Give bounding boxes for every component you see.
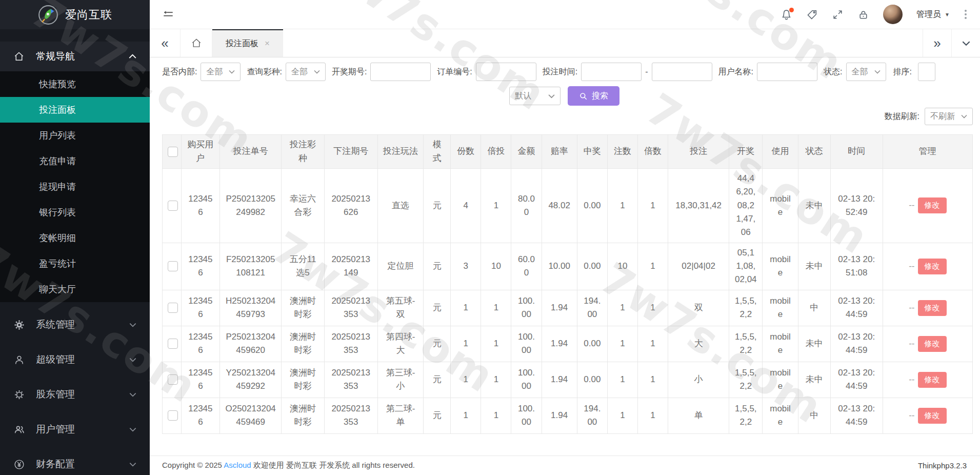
notification-dot: [789, 8, 794, 12]
column-header: 下注期号: [324, 135, 377, 169]
cell-select: [163, 398, 182, 433]
cell-lottery: 澳洲时时彩: [282, 326, 325, 362]
chevron-down-icon: [129, 392, 136, 397]
cell-play: 第四球-大: [377, 326, 424, 362]
cell-win: 0.00: [577, 326, 607, 362]
sidebar-item[interactable]: 聊天大厅: [0, 276, 150, 302]
cell-multiple: 1: [481, 398, 511, 433]
order-input[interactable]: [476, 63, 536, 81]
table-header-row: 购买用户投注单号投注彩种下注期号投注玩法模式份数倍投金额赔率中奖注数倍数投注开奖…: [163, 135, 973, 169]
notification-bell-icon[interactable]: [781, 9, 792, 21]
tab-active[interactable]: 投注面板 ×: [212, 29, 283, 57]
column-header: 开奖: [729, 135, 763, 169]
edit-button[interactable]: 修改: [918, 197, 947, 213]
sidebar-section[interactable]: 超级管理: [0, 342, 150, 377]
search-button[interactable]: 搜索: [568, 86, 619, 106]
row-checkbox[interactable]: [168, 201, 178, 211]
time-end-input[interactable]: [652, 63, 712, 81]
cell-mode: 元: [424, 243, 451, 290]
edit-button[interactable]: 修改: [918, 372, 947, 388]
issue-input[interactable]: [370, 63, 431, 81]
cell-time: 02-13 20:44:59: [830, 362, 883, 398]
sidebar-item[interactable]: 快捷预览: [0, 71, 150, 97]
edit-button[interactable]: 修改: [918, 336, 947, 352]
brand-link[interactable]: Ascloud: [224, 461, 251, 469]
sidebar-section[interactable]: 系统管理: [0, 307, 150, 342]
sidebar-section[interactable]: 财务配置: [0, 447, 150, 475]
cell-issue: 20250213149: [324, 243, 377, 290]
sidebar-item[interactable]: 投注面板: [0, 97, 150, 123]
sidebar-section[interactable]: 用户管理: [0, 412, 150, 447]
filter-bar: 是否内部: 全部 查询彩种: 全部 开奖期号: 订单编号: 投注时间:: [162, 63, 973, 81]
username-label: 管理员: [916, 9, 941, 20]
cell-status: 中: [798, 398, 830, 433]
time-range-separator: -: [645, 67, 648, 76]
lottery-select[interactable]: 全部: [286, 63, 326, 81]
cell-order: O250213204459469: [220, 398, 282, 433]
column-header: 状态: [798, 135, 830, 169]
cell-bet: 大: [668, 326, 729, 362]
internal-select[interactable]: 全部: [201, 63, 241, 81]
status-select[interactable]: 全部: [846, 63, 886, 81]
edit-button[interactable]: 修改: [918, 300, 947, 316]
sidebar-item[interactable]: 提现申请: [0, 174, 150, 200]
cell-bet: 02|04|02: [668, 243, 729, 290]
quick-select[interactable]: 默认: [509, 87, 561, 105]
row-checkbox[interactable]: [168, 303, 178, 313]
user-menu[interactable]: 管理员 ▼: [916, 9, 950, 20]
issue-filter-label: 开奖期号:: [332, 67, 367, 77]
refresh-select[interactable]: 不刷新: [925, 108, 973, 125]
row-checkbox[interactable]: [168, 374, 178, 385]
sidebar-group-normal-nav[interactable]: 常规导航: [0, 42, 150, 71]
chevron-down-icon: [129, 462, 136, 467]
avatar[interactable]: [883, 5, 903, 24]
tabs-scroll-right-icon[interactable]: »: [923, 29, 951, 57]
sidebar-item[interactable]: 充值申请: [0, 148, 150, 174]
cell-bets: 1: [607, 290, 637, 326]
status-filter-label: 状态:: [824, 67, 842, 77]
tabs-menu-icon[interactable]: [951, 29, 980, 57]
cell-bets: 10: [607, 243, 637, 290]
chevron-down-icon: [229, 70, 235, 74]
row-checkbox[interactable]: [168, 261, 178, 271]
cell-win: 194.00: [577, 290, 607, 326]
tag-icon[interactable]: [806, 9, 818, 21]
row-checkbox[interactable]: [168, 410, 178, 421]
close-tab-icon[interactable]: ×: [265, 38, 270, 49]
app-logo[interactable]: 爱尚互联: [0, 0, 150, 29]
cell-amount: 100.00: [511, 398, 542, 433]
column-header: 赔率: [542, 135, 577, 169]
cell-status: 未中: [798, 362, 830, 398]
kebab-menu-icon[interactable]: [964, 9, 968, 20]
search-icon: [579, 92, 588, 101]
fullscreen-icon[interactable]: [832, 9, 844, 21]
edit-button[interactable]: 修改: [918, 259, 947, 274]
username-input[interactable]: [757, 63, 817, 81]
tabs-scroll-left-icon[interactable]: «: [150, 29, 181, 57]
cell-device: mobile: [763, 290, 798, 326]
time-filter-label: 投注时间:: [543, 67, 577, 77]
row-checkbox[interactable]: [168, 339, 178, 349]
sidebar-toggle-icon[interactable]: [162, 8, 174, 21]
cell-bets: 1: [607, 326, 637, 362]
sidebar-item[interactable]: 盈亏统计: [0, 251, 150, 276]
sort-select[interactable]: [918, 63, 935, 81]
cell-times: 1: [637, 398, 668, 433]
bets-table: 购买用户投注单号投注彩种下注期号投注玩法模式份数倍投金额赔率中奖注数倍数投注开奖…: [162, 134, 973, 434]
select-all-checkbox[interactable]: [168, 147, 178, 157]
cell-device: mobile: [763, 169, 798, 243]
refresh-label: 数据刷新:: [885, 111, 919, 122]
cell-order: H250213204459793: [220, 290, 282, 326]
sidebar-item[interactable]: 用户列表: [0, 123, 150, 148]
sidebar-item[interactable]: 变帐明细: [0, 225, 150, 251]
sidebar-section[interactable]: 股东管理: [0, 377, 150, 412]
cell-odds: 1.94: [542, 398, 577, 433]
cell-status: 未中: [798, 326, 830, 362]
lock-icon[interactable]: [857, 9, 869, 21]
time-start-input[interactable]: [581, 63, 642, 81]
home-tab-icon[interactable]: [181, 29, 212, 57]
edit-button[interactable]: 修改: [918, 408, 947, 424]
username-filter-label: 用户名称:: [718, 67, 753, 77]
column-header: 投注单号: [220, 135, 282, 169]
sidebar-item[interactable]: 银行列表: [0, 200, 150, 225]
